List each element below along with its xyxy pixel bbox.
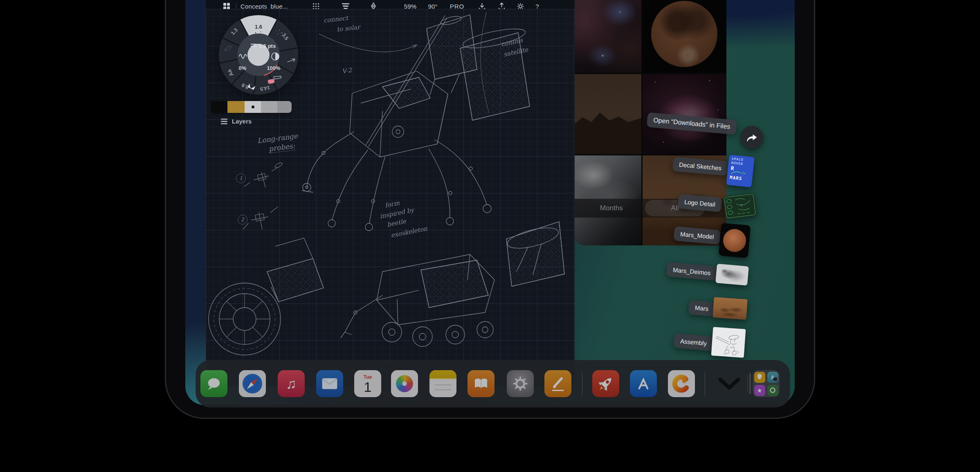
drag-label-mars[interactable]: Mars (688, 300, 715, 316)
selected-swatch-dot (252, 106, 254, 108)
thumb-decal-sketches[interactable]: SPACE ROVER R MARS (726, 155, 754, 187)
dock-app-safari[interactable] (239, 370, 266, 397)
mini-fitness-icon (767, 385, 778, 396)
stack-edge-2 (747, 375, 748, 392)
hills-ridge (575, 74, 641, 154)
mini-star-icon: ★ (754, 385, 765, 396)
mini-translate-icon: A (767, 372, 778, 383)
tab-months[interactable]: Months (600, 204, 623, 212)
swatch-gray[interactable] (277, 101, 292, 113)
dock-divider-1 (582, 372, 582, 395)
annotation-v2: V-2 (342, 66, 352, 75)
stack-mini-grid: A ★ (754, 372, 778, 396)
photo-horsehead-nebula[interactable] (575, 0, 641, 73)
safari-compass-icon (241, 373, 263, 395)
annotation-number-2: 2 (238, 215, 247, 225)
pro-badge[interactable]: PRO (450, 3, 465, 10)
dock-divider-2 (705, 372, 705, 395)
mars-planet (651, 1, 717, 67)
settings-gear-icon-dock (511, 374, 530, 393)
mars-model-planet (722, 228, 747, 253)
dock-app-rocket[interactable] (592, 370, 619, 397)
messages-bubble-icon (206, 376, 222, 391)
dock-app-app-store[interactable] (630, 370, 657, 397)
music-note-icon: ♫ (286, 377, 297, 391)
mail-envelope-icon (321, 378, 338, 390)
dock-app-notes[interactable] (429, 370, 456, 397)
dock-app-concepts[interactable] (668, 370, 695, 397)
share-forward-button[interactable] (740, 126, 763, 149)
concepts-c-icon (672, 374, 691, 393)
logo-detail-sketch (723, 193, 757, 220)
drawing-canvas[interactable]: connect to solar comms satellite V-2 Lon… (206, 9, 575, 386)
dock-app-photos[interactable] (391, 370, 418, 397)
opacity-max-label: 100% (267, 65, 281, 71)
deimos-rock-sketch (715, 264, 749, 286)
app-store-a-icon (634, 375, 652, 393)
mini-lightbulb-icon (754, 372, 765, 383)
dock-app-stack[interactable]: A ★ (753, 370, 780, 397)
chevron-down-icon[interactable] (717, 377, 742, 392)
opacity-min-label: 0% (239, 65, 247, 71)
concepts-app-window: Concepts_blue... 59% 90° PRO (206, 0, 575, 386)
books-open-book-icon (473, 377, 489, 391)
layers-button[interactable]: Layers (220, 118, 252, 125)
dock-app-music[interactable]: ♫ (278, 370, 305, 397)
swatch-mid-gray[interactable] (261, 101, 277, 113)
assembly-pencil-sketch (711, 327, 746, 357)
zoom-level[interactable]: 59% (404, 3, 417, 10)
thumb-assembly[interactable] (711, 327, 746, 357)
layers-label: Layers (232, 118, 252, 125)
help-icon[interactable]: ? (535, 3, 539, 10)
rocket-icon (596, 374, 615, 393)
document-title[interactable]: Concepts_blue... (241, 3, 288, 10)
layers-icon (220, 119, 228, 124)
forward-arrow-icon (746, 132, 758, 143)
thumb-mars-landscape[interactable] (713, 297, 747, 320)
swatch-light-gray-selected[interactable] (245, 101, 261, 113)
dock-app-calendar[interactable]: Tue 1 (354, 370, 381, 397)
thumb-logo-detail[interactable] (723, 193, 757, 220)
wheel-size-selected: 1.6 (255, 24, 262, 30)
dock-app-settings[interactable] (507, 370, 534, 397)
stage: Concepts_blue... 59% 90° PRO (0, 0, 980, 472)
decal-line-mars: MARS (730, 175, 753, 182)
dock-app-books[interactable] (468, 370, 494, 397)
color-swatch-bar[interactable] (211, 101, 292, 113)
swatch-black[interactable] (211, 101, 227, 113)
dock-app-pages[interactable] (544, 370, 571, 397)
dock-app-mail[interactable] (316, 370, 343, 397)
thumb-mars-model[interactable] (719, 223, 751, 258)
notes-line-1 (435, 384, 451, 385)
swatch-gold[interactable] (227, 101, 245, 113)
dock: ♫ Tue 1 (196, 360, 790, 407)
notes-line-2 (435, 389, 451, 390)
mars-landscape-marks (713, 297, 747, 320)
stroke-width-label: 1.6 pts (259, 43, 276, 49)
dock-app-messages[interactable] (200, 370, 227, 397)
photo-mars-hills[interactable] (575, 74, 641, 154)
toolbar-divider (236, 3, 236, 9)
brush-tool-wheel[interactable]: 1.6 1.3 3.5 8.9 14.5 Aa (216, 11, 301, 97)
calendar-day: 1 (364, 380, 372, 394)
photo-mars-globe[interactable] (643, 0, 726, 73)
notes-yellow-band (429, 370, 456, 379)
stack-edge-1 (749, 373, 751, 394)
thumb-mars-deimos[interactable] (715, 264, 749, 286)
annotation-number-1: 1 (236, 173, 246, 183)
pages-pen-icon (549, 375, 567, 393)
rotation-angle[interactable]: 90° (428, 3, 437, 10)
photos-flower-icon (396, 375, 413, 392)
